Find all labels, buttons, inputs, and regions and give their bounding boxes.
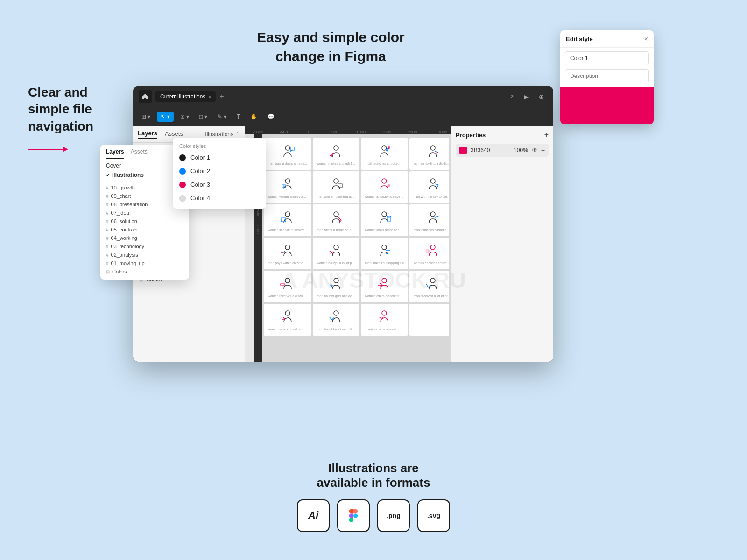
illustration-svg bbox=[423, 176, 442, 195]
tab-close-icon[interactable]: × bbox=[208, 94, 211, 99]
illustration-svg bbox=[375, 276, 394, 294]
left-title: Clear andsimple filenavigation bbox=[28, 84, 93, 135]
select-tool[interactable]: ↖ ▾ bbox=[157, 112, 173, 122]
color-style-2[interactable]: Color 2 bbox=[173, 164, 266, 178]
bottom-title: Illustrations are available in formats bbox=[317, 461, 430, 490]
list-item: man with an umbrella and t... bbox=[313, 171, 359, 203]
illustration-svg bbox=[327, 243, 345, 261]
play-button[interactable]: ▶ bbox=[520, 90, 533, 103]
edit-style-header: Edit style × bbox=[560, 30, 654, 48]
illustration-svg bbox=[278, 309, 297, 328]
format-ai-button[interactable]: Ai bbox=[297, 499, 330, 532]
svg-point-37 bbox=[382, 245, 387, 250]
eye-icon[interactable]: 👁 bbox=[532, 147, 537, 154]
list-item: man with the key to this safe bbox=[409, 171, 449, 203]
illus-caption: man bought gifts at a dock... bbox=[317, 294, 356, 298]
add-property-button[interactable]: + bbox=[544, 131, 549, 139]
layer-09[interactable]: # 09_chart bbox=[106, 192, 183, 200]
grid-icon: ⊞ bbox=[106, 269, 110, 274]
layer-02[interactable]: # 02_analysis bbox=[106, 251, 183, 259]
illus-caption: man with the key to this safe bbox=[414, 195, 449, 198]
pen-tool[interactable]: ✎ ▾ bbox=[214, 112, 230, 122]
layer-10[interactable]: # 10_growth bbox=[106, 183, 183, 192]
list-item: man pays with a credit card bbox=[264, 238, 311, 269]
svg-point-12 bbox=[285, 179, 290, 183]
illus-caption: woman receives a discount... bbox=[268, 294, 308, 298]
new-tab-icon[interactable]: + bbox=[219, 92, 224, 101]
layer-07[interactable]: # 07_idea bbox=[106, 209, 183, 217]
close-icon[interactable]: × bbox=[644, 35, 648, 42]
list-item: woman in a virtual reality hai... bbox=[264, 204, 311, 236]
tab-assets-panel[interactable]: Assets bbox=[131, 148, 148, 159]
illustration-svg bbox=[375, 143, 394, 162]
shape-tool[interactable]: □ ▾ bbox=[196, 112, 211, 122]
layer-05[interactable]: # 05_contract bbox=[106, 225, 183, 234]
edit-style-title: Edit style bbox=[566, 35, 593, 42]
tab-assets[interactable]: Assets bbox=[165, 130, 183, 138]
tab-layers-panel[interactable]: Layers bbox=[106, 148, 124, 159]
color-name-input[interactable] bbox=[565, 51, 649, 65]
list-item: woman bought a lot of provi... bbox=[313, 238, 359, 269]
list-item: woman offers discounts and... bbox=[361, 271, 408, 302]
panel-page-cover[interactable]: Cover bbox=[106, 161, 183, 170]
color-swatch[interactable] bbox=[560, 87, 654, 124]
layer-08[interactable]: # 08_presentation bbox=[106, 200, 183, 209]
description-input[interactable] bbox=[565, 69, 649, 83]
remove-color-button[interactable]: − bbox=[541, 147, 545, 154]
home-icon[interactable] bbox=[139, 90, 152, 103]
svg-point-52 bbox=[285, 311, 290, 315]
list-item: woman receives a discount... bbox=[264, 271, 311, 302]
format-png-button[interactable]: .png bbox=[377, 499, 410, 532]
tab-label: Cuterr Illustrations bbox=[160, 93, 205, 100]
zoom-button[interactable]: ⊕ bbox=[535, 90, 548, 103]
illustrations-tab[interactable]: Illustrations ⌃ bbox=[205, 131, 240, 138]
illustration-svg bbox=[278, 143, 297, 162]
layer-06[interactable]: # 06_solution bbox=[106, 217, 183, 225]
list-item: man bought a lot on holiday... bbox=[313, 304, 359, 336]
illustration-svg bbox=[423, 143, 442, 162]
color-style-3[interactable]: Color 3 bbox=[173, 178, 266, 191]
list-item: man received a lot of promo... bbox=[409, 271, 449, 302]
color-label-4: Color 4 bbox=[190, 195, 210, 202]
layer-01[interactable]: # 01_moving_up bbox=[106, 259, 183, 267]
illustration-svg bbox=[375, 309, 394, 328]
svg-point-38 bbox=[430, 245, 435, 250]
hash-icon: # bbox=[106, 202, 109, 207]
color-swatch-small[interactable] bbox=[459, 147, 467, 154]
color-style-1[interactable]: Color 1 bbox=[173, 151, 266, 164]
illus-caption: man offers a figure on a 3D... bbox=[317, 228, 356, 231]
text-tool[interactable]: T bbox=[233, 112, 244, 122]
svg-point-17 bbox=[382, 179, 387, 183]
frame-tool[interactable]: ⊞ ▾ bbox=[138, 112, 154, 122]
hand-tool[interactable]: ✋ bbox=[247, 112, 261, 122]
illus-caption: woman weighs money and b... bbox=[268, 195, 308, 198]
color-opacity: 100% bbox=[514, 147, 528, 154]
panel-page-illustrations[interactable]: ✓ Illustrations bbox=[106, 170, 183, 180]
hash-icon: # bbox=[106, 261, 109, 266]
layer-04[interactable]: # 04_working bbox=[106, 234, 183, 242]
figma-canvas[interactable]: -1000 -500 0 500 1000 1500 2000 3000 400… bbox=[245, 126, 451, 362]
tab-layers[interactable]: Layers bbox=[138, 130, 157, 139]
hash-icon: # bbox=[106, 227, 109, 232]
svg-point-53 bbox=[334, 311, 338, 315]
svg-rect-44 bbox=[281, 283, 284, 286]
illustration-svg bbox=[278, 176, 297, 195]
format-svg-button[interactable]: .svg bbox=[417, 499, 450, 532]
top-heading: Easy and simple color change in Figma bbox=[257, 28, 405, 66]
illustration-svg bbox=[278, 243, 297, 261]
format-icons: Ai .png .svg bbox=[297, 499, 450, 532]
svg-point-5 bbox=[430, 146, 435, 150]
comment-tool[interactable]: 💬 bbox=[264, 112, 278, 122]
layer-colors[interactable]: ⊞ Colors bbox=[106, 267, 183, 276]
hash-icon: # bbox=[106, 236, 109, 241]
figma-tab-active[interactable]: Cuterr Illustrations × bbox=[155, 91, 216, 102]
share-button[interactable]: ↗ bbox=[505, 90, 518, 103]
props-header: Properties + bbox=[456, 131, 549, 139]
format-figma-button[interactable] bbox=[337, 499, 370, 532]
svg-point-0 bbox=[285, 146, 290, 150]
illus-caption: man received a lot of promo... bbox=[414, 294, 449, 298]
region-tool[interactable]: ⊠ ▾ bbox=[176, 112, 193, 122]
layer-03[interactable]: # 03_technology bbox=[106, 242, 183, 251]
color-style-4[interactable]: Color 4 bbox=[173, 191, 266, 205]
illus-caption: girl launches a rocket... bbox=[367, 162, 401, 165]
